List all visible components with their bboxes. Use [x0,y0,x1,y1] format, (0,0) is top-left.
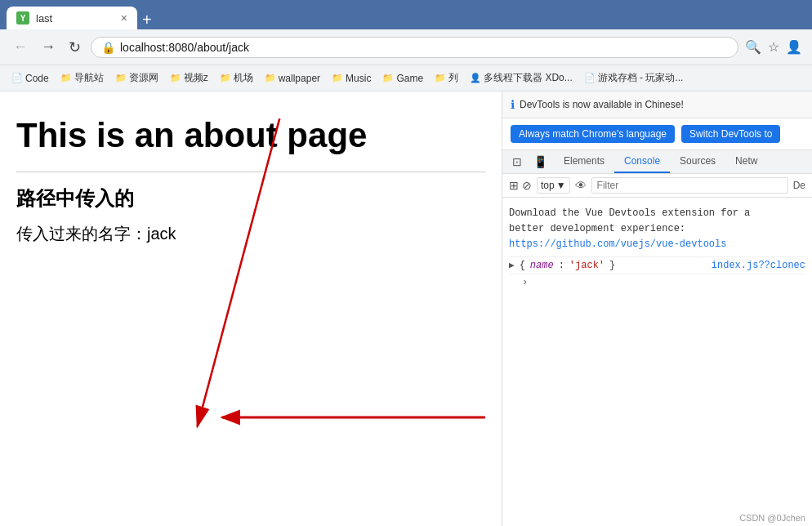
tab-bar: Y last × + [7,0,152,29]
bookmark-label: Game [396,73,423,84]
page-divider [16,172,485,172]
section-heading: 路径中传入的 [16,185,485,212]
console-expand-row[interactable]: › [509,274,805,291]
tab-favicon: Y [16,11,29,25]
bookmark-icon: 📄 [11,73,23,83]
bookmark-video[interactable]: 📁 视频z [165,69,213,87]
address-bar: ← → ↻ 🔒 localhost:8080/about/jack 🔍 ☆ 👤 [0,29,812,65]
bookmark-icon: 📄 [584,73,596,83]
context-dropdown-icon: ▼ [556,180,566,191]
de-label: De [793,180,805,191]
console-line1: Download the Vue Devtools extension for … [509,207,750,219]
sidebar-toggle-icon[interactable]: ⊞ [509,179,519,192]
obj-colon: : [559,260,564,271]
bookmark-label: wallpaper [279,73,320,84]
bookmark-icon: 📁 [115,73,127,83]
bookmark-label: 机场 [234,71,253,85]
bookmark-xdo[interactable]: 👤 多线程下载器 XDo... [465,69,578,87]
bookmark-label: 游戏存档 - 玩家动... [598,71,684,85]
filter-input[interactable] [591,177,788,194]
obj-close-brace: } [609,260,615,271]
console-object-row: ▶ { name : 'jack' } index.js??clonec [509,257,805,274]
context-select[interactable]: top ▼ [537,177,570,194]
active-tab[interactable]: Y last × [7,7,137,29]
bookmarks-bar: 📄 Code 📁 导航站 📁 资源网 📁 视频z 📁 机场 📁 wallpape… [0,65,812,91]
console-link[interactable]: https://github.com/vuejs/vue-devtools [509,238,726,250]
devtools-tabs: ⊡ 📱 Elements Console Sources Netw [502,150,812,174]
bookmark-icon: 📁 [435,73,446,83]
device-icon[interactable]: 📱 [530,154,551,170]
new-tab-button[interactable]: + [142,11,152,29]
page-title: This is an about page [16,116,485,155]
bookmark-icon: 📁 [170,73,181,83]
bookmark-label: 列 [448,71,458,85]
bookmark-game[interactable]: 📁 Game [377,70,428,87]
bookmark-icon: 📁 [332,73,343,83]
tab-label: last [36,12,52,25]
context-label: top [541,180,555,191]
url-bar[interactable]: 🔒 localhost:8080/about/jack [91,37,738,58]
route-param: 传入过来的名字：jack [16,223,485,245]
console-toolbar: ⊞ ⊘ top ▼ 👁 De [502,174,812,198]
bookmark-icon-red: 📁 [220,73,231,83]
bookmark-icon: 📁 [60,73,72,83]
bookmark-label: 导航站 [74,71,104,85]
main-layout: This is an about page 路径中传入的 传入过来的名字：jac… [0,91,812,526]
bookmark-label: 资源网 [129,71,158,85]
bookmark-code[interactable]: 📄 Code [7,70,54,87]
url-text: localhost:8080/about/jack [120,41,249,54]
devtools-notification: ℹ DevTools is now available in Chinese! [502,91,812,118]
match-language-button[interactable]: Always match Chrome's language [511,125,675,143]
devtools-left-icons: ⊡ 📱 [506,150,554,173]
bookmark-airport[interactable]: 📁 机场 [215,69,258,87]
search-icon[interactable]: 🔍 [745,39,761,55]
bookmark-label: Music [346,73,371,84]
security-icon: 🔒 [101,41,115,54]
obj-key: name [530,260,554,271]
switch-devtools-button[interactable]: Switch DevTools to [681,125,780,143]
bookmark-label: Code [25,73,49,84]
toolbar-left: ⊞ ⊘ [509,179,532,192]
arrow-overlay [0,91,502,526]
bookmark-nav[interactable]: 📁 导航站 [56,69,109,87]
address-icons: 🔍 ☆ 👤 [745,39,802,55]
tab-network[interactable]: Netw [725,150,767,173]
info-icon: ℹ [511,98,515,111]
refresh-button[interactable]: ↻ [65,35,84,60]
svg-line-2 [198,118,280,426]
bookmark-label: 多线程下载器 XDo... [484,71,573,85]
bookmark-icon: 👤 [470,73,481,83]
forward-button[interactable]: → [38,35,59,59]
watermark: CSDN @0Jchen [739,513,805,523]
title-bar: Y last × + [0,0,812,29]
bookmark-resources[interactable]: 📁 资源网 [110,69,163,87]
expand-button[interactable]: ▶ [509,260,515,270]
profile-icon[interactable]: 👤 [786,39,802,55]
console-line2: better development experience: [509,223,685,234]
console-vue-devtools-msg: Download the Vue Devtools extension for … [509,203,805,257]
bookmark-game-save[interactable]: 📄 游戏存档 - 玩家动... [579,69,689,87]
tab-console[interactable]: Console [614,150,670,173]
back-button[interactable]: ← [10,35,31,59]
clear-console-icon[interactable]: ⊘ [522,179,532,192]
inspect-icon[interactable]: ⊡ [509,154,525,170]
expand-chevron[interactable]: › [522,277,528,288]
bookmark-music[interactable]: 📁 Music [327,70,376,87]
eye-icon[interactable]: 👁 [575,179,587,192]
console-output: Download the Vue Devtools extension for … [502,198,812,526]
tab-close-button[interactable]: × [121,11,127,25]
obj-value: 'jack' [569,260,605,271]
devtools-panel: ℹ DevTools is now available in Chinese! … [502,91,812,526]
bookmark-list[interactable]: 📁 列 [430,69,463,87]
bookmark-label: 视频z [184,71,208,85]
notification-text: DevTools is now available in Chinese! [520,99,684,110]
bookmark-wallpaper[interactable]: 📁 wallpaper [260,70,325,87]
devtools-actions: Always match Chrome's language Switch De… [502,118,812,150]
bookmark-icon: 📁 [382,73,394,83]
obj-open-brace: { [520,260,525,271]
star-icon[interactable]: ☆ [768,39,779,55]
file-reference[interactable]: index.js??clonec [712,260,805,271]
tab-elements[interactable]: Elements [554,150,614,173]
tab-sources[interactable]: Sources [670,150,725,173]
bookmark-icon: 📁 [265,73,276,83]
